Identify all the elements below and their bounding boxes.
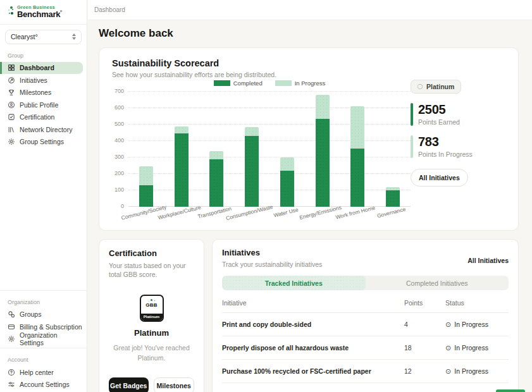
sidebar-item-dashboard[interactable]: Dashboard (0, 62, 83, 75)
dotted-circle-icon (418, 84, 423, 89)
divider (0, 348, 87, 348)
table-row[interactable]: Print and copy double-sided 4 ⊙In Progre… (222, 313, 509, 336)
completed-segment (316, 119, 330, 207)
initiatives-subtitle: Track your sustainability initiatives (222, 260, 322, 268)
network-directory-icon (8, 126, 15, 133)
table-header: Initiative Points Status (222, 299, 509, 313)
sidebar-item-certification[interactable]: Certification (0, 111, 83, 124)
bottom-row: Certification Your status based on your … (99, 239, 519, 392)
table-row[interactable]: Purchase 100% recycled or FSC-certified … (222, 360, 509, 383)
workspace-selected-value: Clearyst° (11, 33, 38, 40)
groups-icon (8, 310, 15, 318)
sidebar-item-organization-settings[interactable]: Organization Settings (0, 333, 83, 346)
sidebar: Green Business Benchmark° Clearyst° Grou… (0, 0, 87, 392)
in-progress-segment (245, 127, 259, 136)
sidebar-item-account-settings[interactable]: Account Settings (0, 379, 83, 391)
sidebar-bottom-cluster: Organization Groups Billing & Subscripti… (0, 288, 87, 392)
points-in-progress-label: Points In Progress (418, 150, 473, 158)
y-tick: 200 (108, 170, 124, 176)
all-initiatives-button[interactable]: All Initiatives (411, 169, 468, 187)
completed-segment (280, 171, 294, 207)
in-progress-segment (209, 151, 223, 159)
y-tick: 500 (108, 121, 124, 127)
y-tick: 0 (108, 203, 124, 209)
table-row[interactable]: Properly dispose of all hazardous waste … (222, 336, 509, 360)
completed-segment (350, 149, 364, 207)
sidebar-item-groups[interactable]: Groups (0, 309, 83, 321)
scorecard-title: Sustainability Scorecard (112, 58, 505, 68)
points-in-progress-value: 783 (418, 135, 473, 148)
platinum-badge[interactable]: Platinum (411, 80, 461, 94)
bar-group (175, 126, 189, 207)
completed-swatch (214, 80, 230, 86)
chat-widget-peek[interactable] (496, 389, 525, 392)
in-progress-segment (139, 166, 153, 185)
bar-group (209, 151, 223, 207)
sidebar-section-organization: Organization (0, 293, 87, 309)
divider (0, 290, 87, 291)
billing-icon (8, 323, 15, 331)
tab-tracked-initiatives[interactable]: Tracked Initiatives (222, 276, 366, 290)
gear-icon (8, 138, 15, 145)
topbar: Dashboard (88, 0, 532, 20)
gbb-platinum-badge: GBB Platinum (140, 295, 164, 322)
x-tick: Water Use (273, 206, 299, 218)
column-points: Points (404, 299, 445, 307)
completed-segment (386, 190, 400, 207)
bars (128, 92, 411, 207)
get-badges-button[interactable]: Get Badges (109, 377, 149, 392)
legend-completed: Completed (214, 80, 263, 87)
in-progress-segment (175, 126, 189, 134)
column-status: Status (445, 299, 509, 307)
tab-completed-initiatives[interactable]: Completed Initiatives (366, 276, 509, 290)
column-initiative: Initiative (222, 299, 404, 307)
milestones-button[interactable]: Milestones (154, 377, 195, 392)
badge-label: GBB (141, 302, 163, 308)
sidebar-item-network-directory[interactable]: Network Directory (0, 123, 83, 136)
in-progress-icon: ⊙ (445, 345, 451, 352)
certification-title: Certification (109, 248, 194, 258)
certification-subtitle: Your status based on your total GBB scor… (109, 261, 194, 279)
in-progress-swatch (275, 80, 292, 86)
scorecard-stats-panel: Platinum 2505 Points Earned 783 Points I… (411, 80, 507, 187)
sidebar-item-help-center[interactable]: Help center (0, 366, 83, 379)
sidebar-item-initiatives[interactable]: Initiatives (0, 74, 83, 87)
completed-segment (139, 185, 153, 207)
chart-plot-area: 0 100 200 300 400 500 600 700 (128, 92, 411, 207)
sidebar-item-milestones[interactable]: Milestones (0, 87, 83, 99)
brand-dots-icon (8, 6, 14, 16)
sidebar-item-public-profile[interactable]: Public Profile (0, 99, 83, 111)
x-tick: Governance (376, 206, 406, 219)
certification-tier: Platinum (109, 328, 194, 338)
breadcrumb[interactable]: Dashboard (94, 6, 125, 13)
y-tick: 400 (108, 137, 124, 144)
legend-in-progress: In Progress (275, 80, 326, 87)
workspace-selector[interactable]: Clearyst° (5, 30, 82, 44)
help-icon (8, 369, 15, 376)
app-logo: Green Business Benchmark° (0, 0, 87, 25)
scorecard-subtitle: See how your sustainability efforts are … (112, 71, 505, 78)
bar-group (245, 127, 259, 207)
y-tick: 700 (108, 88, 124, 94)
sidebar-item-group-settings[interactable]: Group Settings (0, 136, 83, 149)
initiatives-header: Initiatives Track your sustainability in… (222, 248, 509, 268)
initiatives-title: Initiatives (222, 248, 322, 257)
points-in-progress-stat: 783 Points In Progress (411, 135, 507, 158)
milestones-icon (8, 89, 15, 96)
public-profile-icon (8, 101, 15, 109)
in-progress-icon: ⊙ (445, 321, 451, 328)
table-row[interactable]: Purchase 50-100% recycled content trash … (222, 383, 509, 392)
select-chevrons-icon (72, 34, 76, 40)
y-tick: 600 (108, 104, 124, 111)
badge-tier-band: Platinum (141, 314, 163, 321)
sliders-icon (8, 381, 15, 388)
certification-message: Great job! You've reached Platinum. (109, 343, 194, 362)
page-title: Welcome back (99, 27, 519, 40)
initiatives-tabs: Tracked Initiatives Completed Initiative… (222, 276, 509, 290)
all-initiatives-link[interactable]: All Initiatives (467, 257, 509, 264)
bar-group (316, 95, 330, 207)
in-progress-segment (350, 106, 364, 148)
bar-group (280, 157, 294, 207)
points-earned-label: Points Earned (418, 118, 460, 126)
bar-group (350, 106, 364, 207)
